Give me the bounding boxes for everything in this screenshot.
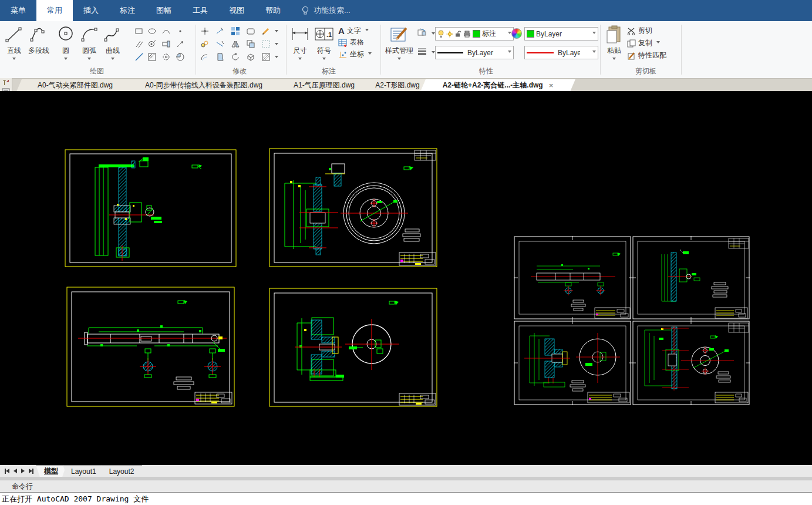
last-sheet-button[interactable]: [29, 469, 33, 474]
lineweight-sample: [527, 52, 554, 53]
hatch-edit-tool-icon[interactable]: [261, 52, 271, 62]
close-tab-icon[interactable]: ×: [549, 81, 554, 90]
tool-line-button[interactable]: 直线: [4, 25, 25, 69]
menu-item-bangzhu[interactable]: 帮助: [255, 0, 291, 21]
trim-tool-icon[interactable]: [215, 26, 225, 36]
array-tool-icon[interactable]: [230, 26, 241, 36]
sheet-sprocket-wheel[interactable]: [269, 148, 437, 267]
rectangle-tool-icon[interactable]: [134, 26, 144, 36]
donut-tool-icon[interactable]: [147, 39, 157, 49]
edit-pencil-icon[interactable]: [261, 26, 271, 36]
table-button[interactable]: 表格: [338, 38, 364, 48]
text-style-mini-icon[interactable]: [2, 79, 10, 86]
copy-button[interactable]: 复制: [627, 38, 660, 48]
style-manager-button[interactable]: 样式管理: [384, 25, 415, 69]
menu-item-biaozhu[interactable]: 标注: [109, 0, 146, 21]
ellipse-tool-icon[interactable]: [147, 26, 157, 36]
line-icon: [4, 25, 24, 45]
text-button[interactable]: A 文字: [338, 26, 369, 36]
arrow-tool-icon[interactable]: [175, 39, 186, 49]
3d-box-tool-icon[interactable]: [245, 52, 256, 62]
mirror-tool-icon[interactable]: [230, 39, 241, 49]
dropdown-caret[interactable]: [271, 39, 282, 49]
gear-tool-icon[interactable]: [161, 52, 171, 62]
hole-axle-tool-icon[interactable]: [161, 39, 171, 49]
chamfer-tool-icon[interactable]: [215, 52, 225, 62]
coordinate-button[interactable]: 坐标: [338, 49, 372, 59]
dimension-button[interactable]: 尺寸: [289, 25, 311, 69]
dropdown-caret[interactable]: [271, 26, 282, 36]
doc-tab-5-active[interactable]: A2-链轮+A2-离合链...-主轴.dwg ×: [420, 79, 575, 92]
offset-tool-icon[interactable]: [245, 39, 256, 49]
fillet-tool-icon[interactable]: [200, 52, 210, 62]
datum-symbol-icon: .1: [314, 25, 335, 45]
point-tool-icon[interactable]: [175, 26, 186, 36]
menu-item-gongju[interactable]: 工具: [182, 0, 218, 21]
copy-tool-icon[interactable]: [200, 39, 210, 49]
centering-tick-marks: [514, 236, 750, 405]
group-divider: [196, 25, 196, 75]
lineweight-menu-icon[interactable]: [417, 46, 427, 56]
scale-tool-icon[interactable]: [261, 39, 271, 49]
group-label-annotate: 标注: [294, 66, 364, 76]
construction-line-tool-icon[interactable]: [134, 52, 144, 62]
sheet-main-shaft[interactable]: [66, 287, 235, 407]
color-combo[interactable]: ByLayer: [524, 27, 598, 41]
prev-sheet-button[interactable]: [14, 469, 17, 473]
tool-arc-button[interactable]: 圆弧: [79, 25, 100, 69]
move-tool-icon[interactable]: [200, 26, 210, 36]
tab-model[interactable]: 模型: [36, 465, 66, 477]
tool-circle-button[interactable]: 圆: [55, 25, 76, 69]
tab-layout2[interactable]: Layout2: [101, 465, 143, 477]
paste-button[interactable]: 粘贴: [604, 25, 625, 69]
menu-item-changyong-active[interactable]: 常用: [36, 0, 73, 21]
sheet-cluster[interactable]: [514, 236, 750, 405]
title-block: [399, 393, 436, 405]
dropdown-caret[interactable]: [271, 52, 282, 62]
function-search[interactable]: 功能搜索...: [302, 0, 351, 21]
layer-freeze-sun-icon: [446, 31, 453, 38]
match-properties-button[interactable]: 特性匹配: [627, 51, 666, 60]
cut-button[interactable]: 剪切: [627, 26, 652, 36]
next-sheet-button[interactable]: [21, 469, 25, 473]
linetype-combo[interactable]: ByLayer: [435, 46, 514, 59]
doc-tab-2[interactable]: A0-同步带传输线入料设备装配图.dwg: [119, 79, 289, 92]
search-placeholder: 功能搜索...: [314, 5, 351, 16]
dropdown-caret: [64, 58, 68, 62]
parallel-lines-tool-icon[interactable]: [134, 39, 144, 49]
color-wheel-icon[interactable]: [511, 28, 522, 39]
hatch-tool-icon[interactable]: [147, 52, 157, 62]
menu-item-tufu[interactable]: 图幅: [146, 0, 182, 21]
sheet-clutch-part[interactable]: [269, 288, 437, 407]
menu-item-shitu[interactable]: 视图: [218, 0, 255, 21]
title-block: [399, 253, 436, 265]
symbol-button[interactable]: .1 符号: [314, 25, 335, 69]
arc-icon: [79, 25, 99, 45]
menu-item-caidan[interactable]: 菜单: [0, 0, 36, 21]
wipeout-tool-icon[interactable]: [175, 52, 186, 62]
match-properties-brush-icon: [627, 52, 636, 60]
command-line-input[interactable]: 正在打开 AutoCAD 2007 Drawing 文件: [0, 492, 812, 505]
dropdown-caret: [365, 29, 369, 33]
group-divider: [380, 25, 381, 75]
extend-tool-icon[interactable]: [215, 39, 225, 49]
lineweight-combo[interactable]: ByLayer: [524, 46, 598, 59]
menu-item-charu[interactable]: 插入: [73, 0, 109, 21]
sheet-sprocket-section[interactable]: [65, 149, 237, 267]
layer-translate-icon[interactable]: [417, 27, 427, 38]
doc-tab-1[interactable]: A0-气动夹紧部件图.dwg: [16, 79, 134, 92]
rotate-tool-icon[interactable]: [230, 52, 241, 62]
first-sheet-button[interactable]: [5, 469, 9, 474]
revision-curve-tool-icon[interactable]: [161, 26, 171, 36]
dropdown-caret: [87, 58, 91, 62]
layer-combo[interactable]: 标注: [435, 27, 514, 41]
drawing-canvas[interactable]: [0, 91, 812, 465]
mini-title-block: [715, 308, 747, 318]
tab-layout1[interactable]: Layout1: [63, 465, 105, 477]
mini-section-1: [564, 282, 573, 295]
tool-curve-button[interactable]: 曲线: [102, 25, 123, 69]
tool-polyline-button[interactable]: 多段线: [25, 25, 53, 69]
stretch-tool-icon[interactable]: [245, 26, 256, 36]
scissors-icon: [627, 27, 636, 35]
doc-tab-3[interactable]: A1-气压原理图.dwg: [274, 79, 375, 92]
